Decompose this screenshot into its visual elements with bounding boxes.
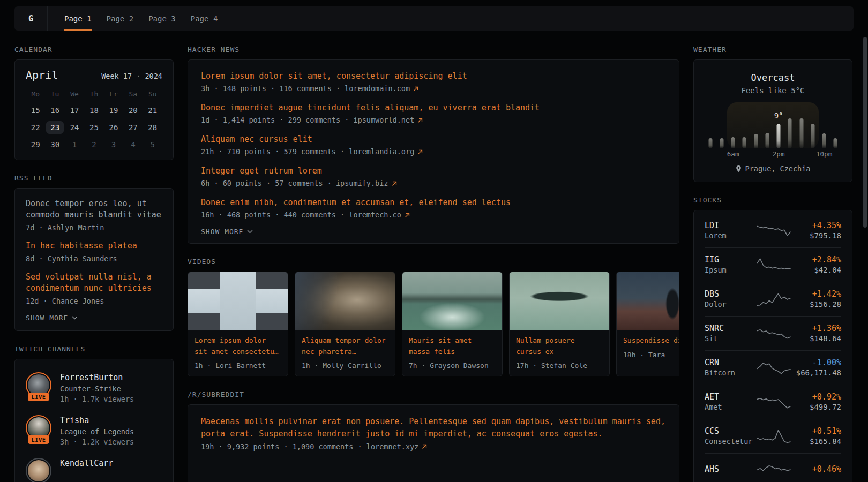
channel-game: Counter-Strike xyxy=(60,384,134,394)
hn-story[interactable]: Integer eget rutrum lorem 6h · 60 points… xyxy=(201,165,666,189)
hn-story-title: Donec enim nibh, condimentum et accumsan… xyxy=(201,197,666,208)
weather-widget: WEATHER Overcast Feels like 5°C 6am9°2pm… xyxy=(693,46,852,182)
weather-bar-slot xyxy=(761,102,773,158)
tab-page-2[interactable]: Page 2 xyxy=(106,6,134,31)
dashboard-page: G Page 1 Page 2 Page 3 Page 4 CALENDAR A… xyxy=(0,6,868,482)
weather-bar xyxy=(777,124,781,148)
calendar-day: 22 xyxy=(26,119,45,136)
stock-sparkline xyxy=(756,359,791,377)
tab-label: Page 1 xyxy=(64,14,92,23)
chevron-down-icon xyxy=(247,230,253,234)
rss-show-more-button[interactable]: SHOW MORE xyxy=(26,314,78,322)
hn-story[interactable]: Lorem ipsum dolor sit amet, consectetur … xyxy=(201,71,666,94)
video-thumbnail xyxy=(510,272,609,330)
weather-bar xyxy=(799,118,803,148)
avatar: LIVE xyxy=(26,372,51,398)
weather-condition: Overcast xyxy=(705,72,841,84)
video-title: Lorem ipsum dolor sit amet consectetu… xyxy=(194,335,281,357)
video-card[interactable]: Mauris sit amet massa felis 7h · Grayson… xyxy=(402,272,503,376)
live-badge: LIVE xyxy=(28,393,49,401)
calendar-day: 23 xyxy=(45,119,64,136)
weather-hourly-chart: 6am9°2pm10pm xyxy=(705,102,841,158)
rss-item[interactable]: In hac habitasse platea 8d · Cynthia Sau… xyxy=(26,240,162,264)
rss-item-title: In hac habitasse platea xyxy=(26,240,162,252)
stocks-widget: STOCKS LDILorem +4.35%$795.18 IIGIpsum +… xyxy=(693,196,852,482)
stock-row[interactable]: AETAmet +0.92%$499.72 xyxy=(705,385,841,419)
page-tabs: Page 1 Page 2 Page 3 Page 4 xyxy=(48,6,218,31)
calendar-day: 29 xyxy=(26,136,45,153)
hn-story-meta: 3h · 148 points · 116 comments · loremdo… xyxy=(201,84,666,94)
twitch-channel[interactable]: LIVE Trisha League of Legends 3h · 1.2k … xyxy=(26,410,162,453)
stock-row[interactable]: CRNBitcorn -1.00%$66,171.48 xyxy=(705,350,841,385)
stock-price: $499.72 xyxy=(791,402,841,412)
tab-page-4[interactable]: Page 4 xyxy=(190,6,219,31)
stock-sparkline xyxy=(756,393,791,411)
video-meta: 1h · Molly Carrillo xyxy=(302,362,388,370)
calendar-day: 25 xyxy=(84,119,103,136)
calendar-weekday: Th xyxy=(84,88,103,100)
video-card[interactable]: Nullam posuere cursus ex 17h · Stefan Co… xyxy=(509,272,610,376)
hn-show-more-button[interactable]: SHOW MORE xyxy=(201,228,253,236)
stock-change: +0.92% xyxy=(791,391,841,402)
external-link-icon xyxy=(422,444,427,449)
twitch-channel[interactable]: KendallCarr xyxy=(26,453,162,482)
weather-bar xyxy=(811,124,814,148)
video-card[interactable]: Lorem ipsum dolor sit amet consectetu… 1… xyxy=(188,272,288,376)
hn-story-meta: 16h · 468 points · 440 comments · loremt… xyxy=(201,210,666,220)
hn-story-meta: 1d · 1,414 points · 299 comments · ipsum… xyxy=(201,115,666,125)
scrollbar[interactable] xyxy=(863,37,867,228)
calendar-day: 4 xyxy=(123,136,143,153)
avatar xyxy=(26,458,51,482)
video-meta: 17h · Stefan Cole xyxy=(516,362,603,370)
calendar-weekday-row: MoTuWeThFrSaSu xyxy=(26,88,162,100)
stock-row[interactable]: CCSConsectetur +0.51%$165.84 xyxy=(705,419,841,453)
stock-row[interactable]: AHS +0.46% xyxy=(705,453,841,482)
weather-bar xyxy=(731,137,735,148)
weather-bar xyxy=(743,137,746,148)
hn-story[interactable]: Donec imperdiet augue tincidunt felis al… xyxy=(201,102,666,125)
stock-change: +4.35% xyxy=(791,220,841,231)
tab-page-1[interactable]: Page 1 xyxy=(64,6,92,31)
hn-story[interactable]: Donec enim nibh, condimentum et accumsan… xyxy=(201,197,666,220)
reddit-post-meta: 19h · 9,932 points · 1,090 comments · lo… xyxy=(201,442,666,451)
rss-item[interactable]: Donec tempor eros leo, ut commodo mauris… xyxy=(26,198,162,233)
stock-name: Ipsum xyxy=(705,265,756,275)
weather-label: WEATHER xyxy=(693,46,852,54)
active-tab-underline xyxy=(64,29,92,31)
video-title: Nullam posuere cursus ex xyxy=(516,335,603,357)
stock-symbol: AHS xyxy=(705,464,756,475)
stock-row[interactable]: IIGIpsum +2.84%$42.04 xyxy=(705,247,841,282)
videos-label: VIDEOS xyxy=(188,258,679,266)
stock-name: Consectetur xyxy=(705,436,756,447)
stock-row[interactable]: DBSDolor +1.42%$156.28 xyxy=(705,282,841,316)
stock-price: $66,171.48 xyxy=(791,368,841,378)
stock-symbol: DBS xyxy=(705,289,756,299)
video-card[interactable]: Aliquam tempor dolor nec pharetra… 1h · … xyxy=(295,272,395,376)
calendar-day: 1 xyxy=(65,136,84,153)
calendar-day: 2 xyxy=(84,136,103,153)
tab-page-3[interactable]: Page 3 xyxy=(148,6,176,31)
reddit-post[interactable]: Maecenas mollis pulvinar erat non posuer… xyxy=(201,416,666,451)
rss-item[interactable]: Sed volutpat nulla nisl, a condimentum n… xyxy=(26,272,162,306)
twitch-channel[interactable]: LIVE ForrestBurton Counter-Strike 1h · 1… xyxy=(26,367,162,410)
video-thumbnail xyxy=(617,272,679,330)
video-carousel: Lorem ipsum dolor sit amet consectetu… 1… xyxy=(188,272,679,376)
stock-symbol: SNRC xyxy=(705,323,756,334)
weather-bar-slot: 9°2pm xyxy=(773,102,784,158)
hn-story[interactable]: Aliquam nec cursus elit 21h · 710 points… xyxy=(201,134,666,157)
tab-label: Page 3 xyxy=(148,14,176,23)
stock-row[interactable]: LDILorem +4.35%$795.18 xyxy=(705,214,841,247)
stock-symbol: CCS xyxy=(705,426,756,436)
weather-bar xyxy=(754,134,758,148)
hn-story-meta: 6h · 60 points · 57 comments · ipsumify.… xyxy=(201,178,666,189)
stock-symbol: LDI xyxy=(705,220,756,231)
channel-game: League of Legends xyxy=(60,427,134,437)
calendar-weekday: Tu xyxy=(45,88,64,100)
stock-price: $148.64 xyxy=(791,334,841,344)
stock-row[interactable]: SNRCSit +1.36%$148.64 xyxy=(705,316,841,350)
stock-name: Sit xyxy=(705,334,756,344)
channel-name: KendallCarr xyxy=(60,458,113,469)
app-logo[interactable]: G xyxy=(14,6,48,31)
calendar-day: 15 xyxy=(26,102,45,119)
video-card[interactable]: Suspendisse diam 18h · Tara xyxy=(616,272,679,376)
